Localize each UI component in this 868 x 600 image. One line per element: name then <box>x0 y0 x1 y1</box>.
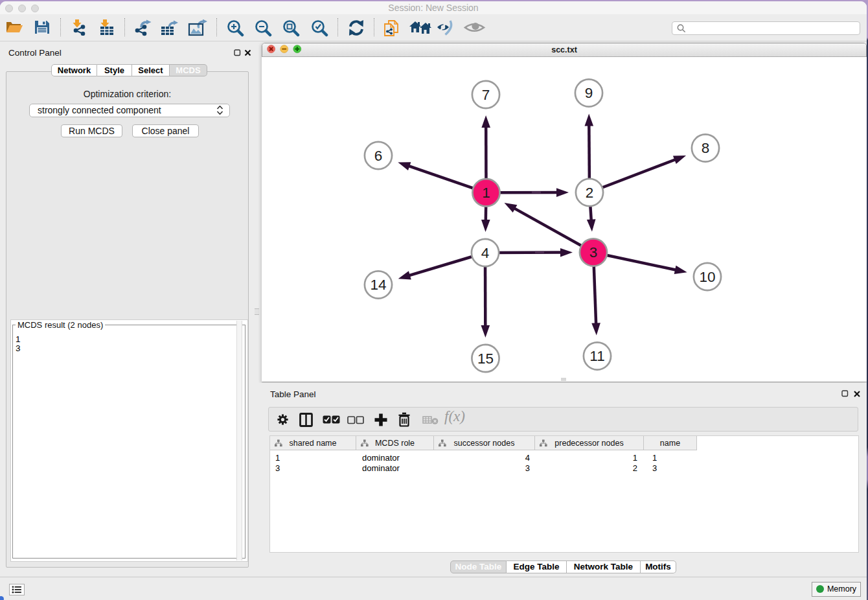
svg-text:10: 10 <box>699 269 715 285</box>
svg-text:9: 9 <box>585 85 593 101</box>
svg-text:4: 4 <box>481 245 490 261</box>
svg-text:2: 2 <box>586 185 594 201</box>
svg-text:7: 7 <box>482 87 490 103</box>
svg-text:14: 14 <box>370 277 386 293</box>
svg-text:3: 3 <box>589 244 598 260</box>
svg-text:1: 1 <box>482 185 490 201</box>
svg-text:8: 8 <box>702 140 710 156</box>
svg-text:6: 6 <box>374 148 383 164</box>
svg-text:11: 11 <box>589 348 604 364</box>
svg-text:15: 15 <box>477 351 494 367</box>
